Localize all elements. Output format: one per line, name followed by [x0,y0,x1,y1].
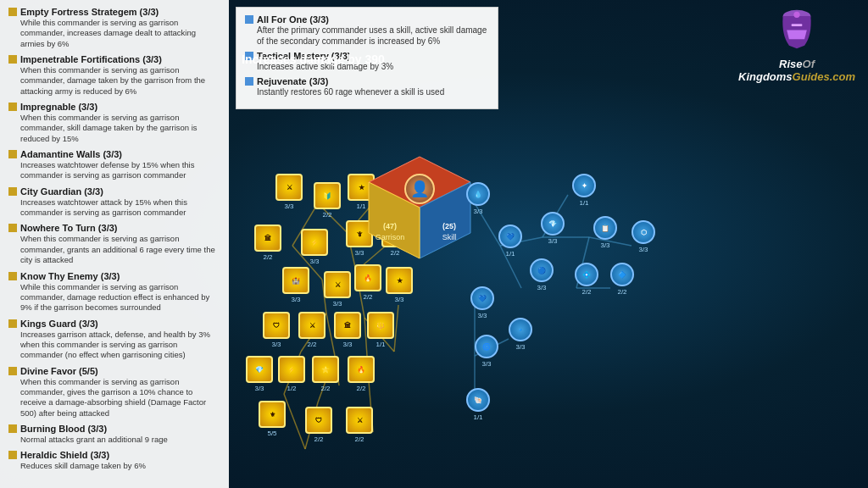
gold-node-label-21: 2/2 [314,435,323,443]
tooltip-item: All For One (3/3) After the primary comm… [245,14,489,47]
gold-node-11[interactable]: ★ 3/3 [386,267,413,303]
skill-item: Heraldic Shield (3/3) Reduces skill dama… [8,450,220,471]
svg-text:(25): (25) [442,222,456,230]
gold-node-label-13: 2/2 [307,341,316,348]
gold-node-5[interactable]: ⚡ 3/3 [301,229,328,265]
blue-node-label-13: 1/1 [473,413,482,421]
blue-node-3[interactable]: 🔵 3/3 [530,258,554,291]
gold-node-19[interactable]: 🔥 2/2 [348,356,375,392]
skill-desc: When this commander is serving as garris… [8,113,220,144]
blue-node-2[interactable]: 💙 1/1 [498,225,522,258]
gold-node-label-18: 2/2 [320,385,330,392]
gold-node-icon-5: ⚡ [301,229,328,256]
skill-desc: Reduces skill damage taken by 6% [8,461,220,471]
gold-node-21[interactable]: 🛡 2/2 [305,407,332,443]
gold-node-icon-11: ★ [386,267,413,294]
skill-desc: Increases watchtower attack by 15% when … [8,197,220,219]
skill-title: Impregnable (3/3) [8,102,220,112]
helmet-icon [776,8,818,51]
gold-node-4[interactable]: 🏛 2/2 [254,225,281,261]
blue-node-6[interactable]: 📋 3/3 [593,216,617,249]
gold-node-8[interactable]: 🏰 3/3 [282,267,309,303]
commander-portrait: 👤 [404,174,435,204]
gold-node-label-22: 2/2 [354,435,364,443]
skill-item: Kings Guard (3/3) Increases garrison att… [8,319,220,361]
svg-text:Garrison: Garrison [376,233,405,241]
svg-text:(47): (47) [383,222,397,230]
tooltip-desc: After the primary commander uses a skill… [245,25,489,47]
left-skill-panel: Empty Fortress Strategem (3/3) While thi… [0,0,229,488]
skill-title: Nowhere To Turn (3/3) [8,223,220,233]
gold-node-label-14: 3/3 [342,341,352,348]
skill-desc: While this commander is serving as garri… [8,282,220,313]
gold-node-13[interactable]: ⚔ 2/2 [298,312,326,348]
skill-title: Impenetrable Fortifications (3/3) [8,54,220,64]
skill-item: Impenetrable Fortifications (3/3) When t… [8,54,220,97]
blue-node-label-4: 3/3 [548,237,557,245]
gold-node-12[interactable]: 🛡 3/3 [263,312,290,348]
blue-node-icon-6: 📋 [593,216,617,240]
gold-node-icon-16: 💎 [246,356,273,383]
blue-node-10[interactable]: 💙 3/3 [470,286,494,319]
gold-node-14[interactable]: 🏛 3/3 [334,312,361,348]
blue-node-1[interactable]: 💧 3/3 [466,182,490,215]
blue-node-label-9: 3/3 [638,246,648,253]
gold-node-icon-4: 🏛 [254,225,281,252]
gold-node-17[interactable]: ⚡ 1/2 [278,356,305,392]
blue-node-12[interactable]: 🔹 3/3 [509,318,532,351]
tooltip-title: All For One (3/3) [245,14,489,25]
gold-node-18[interactable]: 🌟 2/2 [312,356,339,392]
gold-node-15[interactable]: 🔱 1/1 [367,312,394,348]
skill-item: City Guardian (3/3) Increases watchtower… [8,186,220,219]
skill-list: Empty Fortress Strategem (3/3) While thi… [8,7,220,472]
svg-text:Skill: Skill [442,233,457,241]
skill-title: Adamantine Walls (3/3) [8,149,220,159]
gold-node-icon-19: 🔥 [348,356,375,383]
skill-title: Burning Blood (3/3) [8,424,220,434]
tooltip-title: Rejuvenate (3/3) [245,76,489,86]
blue-node-icon-9: ⬡ [632,220,655,244]
skill-title: Heraldic Shield (3/3) [8,450,220,460]
blue-node-icon-2: 💙 [498,225,522,248]
gold-node-icon-8: 🏰 [282,267,309,294]
blue-node-icon-5: ✦ [572,174,596,197]
gold-node-9[interactable]: ⚔ 3/3 [324,271,351,308]
gold-node-icon-20: ⚜ [259,401,286,428]
gold-node-label-9: 3/3 [332,300,342,308]
skill-item: Adamantine Walls (3/3) Increases watchto… [8,149,220,181]
gold-node-icon-10: 🔥 [354,264,381,291]
skill-desc: Increases watchtower defense by 15% when… [8,160,220,181]
blue-node-9[interactable]: ⬡ 3/3 [632,220,655,253]
blue-node-icon-7: 💠 [575,263,598,286]
skill-title: Kings Guard (3/3) [8,319,220,329]
blue-node-label-5: 1/1 [579,199,588,207]
tooltip-item: Rejuvenate (3/3) Instantly restores 60 r… [245,76,489,97]
blue-node-5[interactable]: ✦ 1/1 [572,174,596,207]
gold-node-label-20: 5/5 [267,430,276,437]
blue-node-11[interactable]: 🌀 3/3 [475,335,498,368]
blue-node-label-12: 3/3 [515,343,525,351]
gold-node-2[interactable]: 🔰 2/2 [314,182,341,219]
gold-node-22[interactable]: ⚔ 2/2 [346,407,373,443]
skill-item: Divine Favor (5/5) When this commander i… [8,366,220,419]
gold-node-1[interactable]: ⚔ 3/3 [275,174,303,210]
blue-node-8[interactable]: 🔷 2/2 [610,263,634,296]
skill-title: Know Thy Enemy (3/3) [8,271,220,281]
gold-node-icon-15: 🔱 [367,312,394,339]
damage-text: Increases damage by 390 [242,53,385,66]
blue-node-4[interactable]: 💎 3/3 [541,212,565,245]
blue-node-label-8: 2/2 [617,288,626,296]
blue-node-icon-13: 🐚 [466,388,490,412]
gold-node-20[interactable]: ⚜ 5/5 [259,401,286,437]
gold-node-icon-9: ⚔ [324,271,351,298]
blue-node-icon-1: 💧 [466,182,490,206]
blue-node-13[interactable]: 🐚 1/1 [466,388,490,421]
gold-node-10[interactable]: 🔥 2/2 [354,264,381,301]
gold-node-16[interactable]: 💎 3/3 [246,356,273,392]
blue-node-7[interactable]: 💠 2/2 [575,263,598,296]
gold-node-label-5: 3/3 [309,258,319,265]
blue-node-label-11: 3/3 [481,360,491,368]
skill-item: Empty Fortress Strategem (3/3) While thi… [8,7,220,49]
gold-node-icon-1: ⚔ [275,174,303,201]
blue-node-icon-11: 🌀 [475,335,498,358]
